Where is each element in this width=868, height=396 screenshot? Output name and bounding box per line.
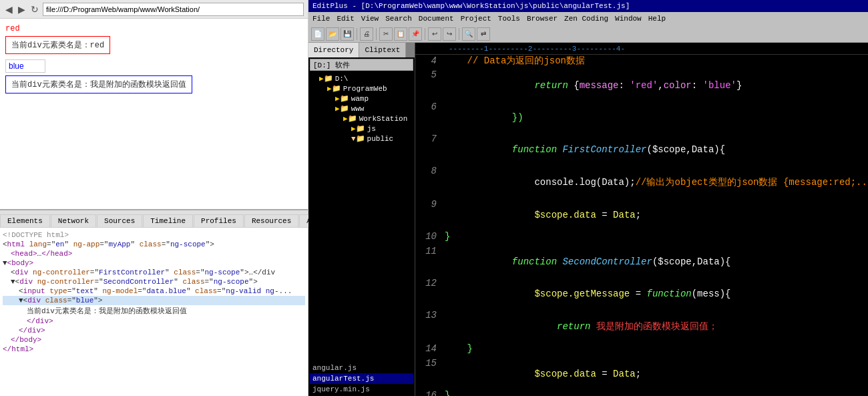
line-content: } [442,390,450,396]
toolbar-undo[interactable]: ↩ [428,27,441,41]
address-bar[interactable] [43,3,304,16]
tree-item-js[interactable]: ▶📁 js [310,124,413,134]
tab-resources[interactable]: Resources [244,214,298,227]
toolbar-sep1 [357,28,357,40]
code-area[interactable]: 4 // Data为返回的json数据 5 return {message: '… [415,55,868,396]
folder-label: js [367,125,376,133]
file-item-angular[interactable]: angular.js [310,363,413,373]
menu-window[interactable]: Window [615,15,642,23]
line-content: function FirstController($scope,Data){ [442,134,725,166]
tree-content: ▶📁 D:\ ▶📁 ProgramWeb ▶📁 wamp ▶📁 www ▶📁 [308,72,415,361]
toolbar-replace[interactable]: ⇄ [477,27,490,41]
editplus-menubar: File Edit View Search Document Project T… [308,12,868,25]
menu-help[interactable]: Help [648,15,666,23]
folder-icon: ▶📁 [335,104,349,113]
toolbar-new[interactable]: 📄 [311,27,324,41]
code-line-13: 13 return 我是附加的函数模块返回值； [415,310,868,343]
menu-search[interactable]: Search [385,15,412,23]
refresh-button[interactable]: ↻ [29,4,40,15]
editplus-titlebar: EditPlus - [D:\ProgramWeb\wamp\www\WorkS… [308,0,868,12]
menu-document[interactable]: Document [419,15,454,23]
menu-project[interactable]: Project [461,15,491,23]
tree-item-d[interactable]: ▶📁 D:\ [310,73,413,83]
browser-content: red 当前div元素类名是：red 当前div元素类名是：我是附加的函数模块返… [0,19,308,209]
folder-label: D:\ [335,75,349,83]
tree-item-wamp[interactable]: ▶📁 wamp [310,93,413,104]
tab-network[interactable]: Network [51,214,96,227]
line-number: 13 [415,310,442,321]
file-item-angulartest[interactable]: angularTest.js [310,373,413,384]
folder-icon: ▶📁 [343,114,357,123]
code-editor[interactable]: --------1---------2---------3---------4-… [415,43,868,396]
drive-selector[interactable]: [D:] 软件 [310,59,413,71]
folder-icon: ▶📁 [327,84,341,93]
file-tree: Directory Cliptext [D:] 软件 ▶📁 D:\ ▶📁 Pro… [308,43,415,396]
code-line-16: 16 } [415,390,868,396]
html-line: 当前div元素类名是：我是附加的函数模块返回值 [3,305,305,317]
line-content: $scope.getMessage = function(mess){ [442,278,731,310]
toolbar-copy[interactable]: 📋 [394,27,407,41]
line-number: 6 [415,102,442,112]
toolbar-redo[interactable]: ↪ [443,27,456,41]
code-line-9: 9 $scope.data = Data; [415,199,868,231]
html-line: </div> [3,317,305,326]
editplus-panel: EditPlus - [D:\ProgramWeb\wamp\www\WorkS… [308,0,868,396]
toolbar-sep2 [376,28,377,40]
tab-directory[interactable]: Directory [308,43,359,57]
menu-zencoding[interactable]: Zen Coding [564,15,608,23]
tree-item-programweb[interactable]: ▶📁 ProgramWeb [310,83,413,93]
menu-tools[interactable]: Tools [498,15,520,23]
forward-button[interactable]: ▶ [17,4,27,15]
toolbar-open[interactable]: 📂 [326,27,339,41]
toolbar-find[interactable]: 🔍 [462,27,475,41]
line-number: 5 [415,69,442,80]
devtools-content: <!DOCTYPE html> <html lang="en" ng-app="… [0,228,308,396]
line-content: } [442,343,473,354]
file-item-jquery[interactable]: jquery.min.js [310,384,413,395]
line-content: }) [442,102,523,134]
toolbar-save[interactable]: 💾 [341,27,354,41]
line-number: 15 [415,358,442,369]
line-content: // Data为返回的json数据 [442,55,585,67]
tree-item-public[interactable]: ▼📁 public [310,134,413,144]
code-line-4: 4 // Data为返回的json数据 [415,55,868,69]
tab-cliptext[interactable]: Cliptext [359,43,406,57]
tree-item-workstation[interactable]: ▶📁 WorkStation [310,114,413,124]
menu-browser[interactable]: Browser [527,15,558,23]
folder-icon: ▼📁 [351,134,365,143]
line-content: console.log(Data);//输出为object类型的json数据 {… [442,166,867,199]
toolbar-paste[interactable]: 📌 [409,27,422,41]
code-line-6: 6 }) [415,102,868,134]
code-line-7: 7 function FirstController($scope,Data){ [415,134,868,166]
tree-item-www[interactable]: ▶📁 www [310,104,413,114]
drive-label: [D:] 软件 [313,60,350,70]
line-number: 11 [415,246,442,256]
folder-icon: ▶📁 [351,124,365,133]
browser-panel: ◀ ▶ ↻ red 当前div元素类名是：red 当前div元素类名是：我是附加… [0,0,308,396]
toolbar-cut[interactable]: ✂ [379,27,393,41]
tab-elements[interactable]: Elements [0,214,50,227]
html-line: <div ng-controller="FirstController" cla… [3,268,305,277]
tab-sources[interactable]: Sources [97,214,142,227]
browser-toolbar: ◀ ▶ ↻ [0,0,308,19]
code-line-8: 8 console.log(Data);//输出为object类型的json数据… [415,166,868,199]
folder-label: wamp [351,95,369,103]
menu-edit[interactable]: Edit [337,15,354,23]
line-number: 9 [415,199,442,210]
html-line: <!DOCTYPE html> [3,230,305,240]
tab-profiles[interactable]: Profiles [194,214,244,227]
folder-label: public [367,135,394,143]
tab-timeline[interactable]: Timeline [143,214,193,227]
html-line: </body> [3,335,305,345]
ruler: --------1---------2---------3---------4- [415,43,868,55]
back-button[interactable]: ◀ [4,4,14,15]
devtools-tabs: Elements Network Sources Timeline Profil… [0,210,308,228]
menu-view[interactable]: View [361,15,379,23]
line-content: function SecondController($scope,Data){ [442,246,731,278]
blue-input[interactable] [5,59,45,73]
toolbar-print[interactable]: 🖨 [360,27,373,41]
line-number: 4 [415,55,442,66]
line-content: $scope.data = Data; [442,358,641,390]
menu-file[interactable]: File [312,15,330,23]
line-number: 10 [415,231,442,242]
